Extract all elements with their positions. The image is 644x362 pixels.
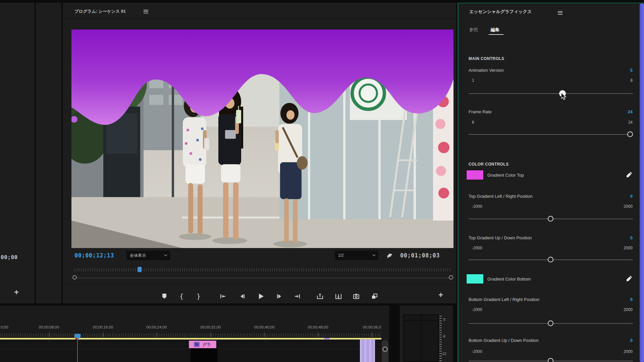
gradient-color-bottom-label: Gradient Color Bottom bbox=[487, 277, 531, 282]
slider-animation-version[interactable] bbox=[469, 93, 633, 94]
left-panel-add-button[interactable]: + bbox=[14, 288, 19, 297]
ruler-label: 00;00;56;0 bbox=[363, 325, 381, 329]
settings-wrench-icon[interactable] bbox=[386, 252, 393, 261]
audio-meter-box bbox=[403, 314, 439, 362]
program-monitor-panel: プログラム: シーケンス 01 bbox=[63, 3, 456, 303]
timeline-ruler[interactable] bbox=[0, 334, 381, 337]
work-area-underline bbox=[0, 339, 381, 340]
fit-dropdown-value: 全体表示 bbox=[130, 253, 146, 258]
slider-handle-bottom-ud[interactable] bbox=[548, 358, 553, 362]
play-button[interactable] bbox=[256, 291, 266, 302]
program-monitor-menu-icon[interactable] bbox=[144, 9, 148, 14]
slider-handle-top-ud[interactable] bbox=[548, 257, 553, 262]
video-clip-black[interactable] bbox=[191, 349, 217, 362]
param-min-bottom-ud: -2000 bbox=[472, 349, 482, 354]
meter-channel-divider bbox=[421, 315, 422, 361]
ruler-label: 00;00;24;00 bbox=[147, 325, 167, 329]
program-monitor-title: プログラム: シーケンス 01 bbox=[74, 9, 126, 14]
add-marker-button[interactable] bbox=[159, 291, 170, 302]
slider-handle-bottom-lr[interactable] bbox=[548, 320, 553, 326]
param-label-bottom-lr: Bottom Gradient Left / Right Position bbox=[469, 297, 539, 302]
meter-scale-12: -12 bbox=[441, 352, 446, 356]
major-tick bbox=[211, 333, 211, 337]
go-to-in-button[interactable] bbox=[217, 291, 228, 302]
monitor-time-ruler[interactable] bbox=[74, 268, 451, 272]
zoom-bar-right-handle[interactable] bbox=[449, 275, 453, 280]
tab-edit-underline bbox=[489, 34, 503, 35]
eg-scrollbar[interactable] bbox=[640, 3, 644, 362]
param-max-top-lr: 2000 bbox=[624, 204, 633, 209]
fit-dropdown[interactable]: 全体表示 bbox=[126, 251, 170, 260]
fx-badge: fx bbox=[194, 342, 200, 347]
tools-panel: T bbox=[36, 3, 61, 303]
main-controls-header: MAIN CONTROLS bbox=[469, 56, 504, 61]
param-value-top-ud[interactable]: 0 bbox=[630, 235, 633, 240]
work-area-marker[interactable] bbox=[324, 338, 329, 339]
major-tick bbox=[49, 333, 49, 337]
video-scene bbox=[71, 29, 453, 248]
slider-handle-top-lr[interactable] bbox=[548, 216, 553, 222]
param-max-animation-version: 8 bbox=[630, 78, 633, 83]
lift-button[interactable] bbox=[315, 291, 325, 302]
ruler-label: 00;00;40;00 bbox=[254, 325, 275, 329]
eyedropper-icon[interactable] bbox=[626, 171, 633, 178]
color-controls-header: COLOR CONTROLS bbox=[469, 162, 509, 167]
go-to-out-button[interactable] bbox=[292, 291, 303, 302]
param-min-frame-rate: 6 bbox=[472, 120, 474, 125]
meter-header-line bbox=[404, 320, 438, 321]
param-value-top-lr[interactable]: 0 bbox=[630, 194, 633, 199]
mark-in-button[interactable]: { bbox=[176, 291, 187, 302]
zoom-bar-left-handle[interactable] bbox=[72, 275, 77, 280]
mouse-cursor bbox=[561, 93, 567, 101]
ruler-label: 00;00;32;00 bbox=[201, 325, 221, 329]
export-frame-button[interactable] bbox=[351, 291, 362, 302]
extract-button[interactable] bbox=[333, 291, 344, 302]
eg-menu-icon[interactable] bbox=[558, 10, 562, 15]
title-divider bbox=[63, 18, 456, 18]
step-forward-button[interactable] bbox=[274, 291, 285, 302]
major-tick bbox=[103, 333, 103, 337]
param-min-bottom-lr: -2000 bbox=[472, 307, 482, 312]
param-value-animation-version[interactable]: 5 bbox=[630, 68, 633, 73]
step-back-button[interactable] bbox=[237, 291, 248, 302]
tab-edit[interactable]: 編集 bbox=[491, 27, 499, 33]
timeline-playhead-line[interactable] bbox=[77, 340, 78, 362]
slider-frame-rate[interactable] bbox=[469, 134, 633, 135]
timeline-panel: 0;00 00;00;08;00 00;00;16;00 00;00;24;00… bbox=[0, 306, 389, 362]
param-min-animation-version: 1 bbox=[472, 78, 474, 83]
ruler-label: 00;00;48;00 bbox=[308, 325, 328, 329]
comparison-view-button[interactable] bbox=[369, 291, 380, 302]
param-value-bottom-lr[interactable]: 0 bbox=[630, 297, 633, 302]
clip-lavender[interactable] bbox=[360, 339, 375, 362]
param-value-bottom-ud[interactable]: 0 bbox=[630, 338, 633, 343]
monitor-zoom-bar[interactable] bbox=[74, 278, 451, 279]
param-max-frame-rate: 24 bbox=[628, 120, 633, 125]
gradient-color-top-swatch[interactable] bbox=[466, 170, 484, 180]
essential-graphics-panel: エッセンシャルグラフィックス 参照 編集 MAIN CONTROLS Anima… bbox=[458, 3, 644, 362]
gradient-color-bottom-swatch[interactable] bbox=[466, 274, 484, 284]
timeline-scrollbar-thumb[interactable] bbox=[382, 347, 388, 352]
transport-divider bbox=[63, 284, 456, 285]
mark-out-button[interactable]: } bbox=[193, 291, 204, 302]
param-label-animation-version: Animation Version bbox=[469, 68, 504, 73]
sequence-duration: 00;01;08;03 bbox=[400, 252, 440, 259]
meter-scale-6: -6 bbox=[442, 335, 445, 338]
current-timecode[interactable]: 00;00;12;13 bbox=[74, 252, 114, 259]
param-max-bottom-ud: 2000 bbox=[624, 349, 633, 354]
ruler-label: 00;00;16;00 bbox=[93, 325, 113, 329]
param-value-frame-rate[interactable]: 24 bbox=[628, 109, 633, 114]
tab-browse[interactable]: 参照 bbox=[469, 27, 478, 33]
slider-handle-frame-rate[interactable] bbox=[627, 131, 633, 137]
monitor-playhead[interactable] bbox=[138, 267, 142, 272]
program-video bbox=[71, 29, 453, 248]
graphics-clip[interactable]: fx グラ bbox=[189, 341, 216, 348]
left-panel-timecode: 00;00 bbox=[1, 254, 18, 260]
eyedropper-icon[interactable] bbox=[626, 275, 633, 282]
ruler-label: 00;00;08;00 bbox=[39, 325, 59, 329]
major-tick bbox=[157, 333, 157, 337]
playback-resolution-dropdown[interactable]: 1/2 bbox=[335, 251, 378, 260]
monitor-add-button[interactable]: + bbox=[438, 290, 443, 300]
major-tick bbox=[372, 333, 372, 337]
param-min-top-ud: -2000 bbox=[472, 246, 482, 250]
chevron-down-icon bbox=[164, 254, 167, 256]
